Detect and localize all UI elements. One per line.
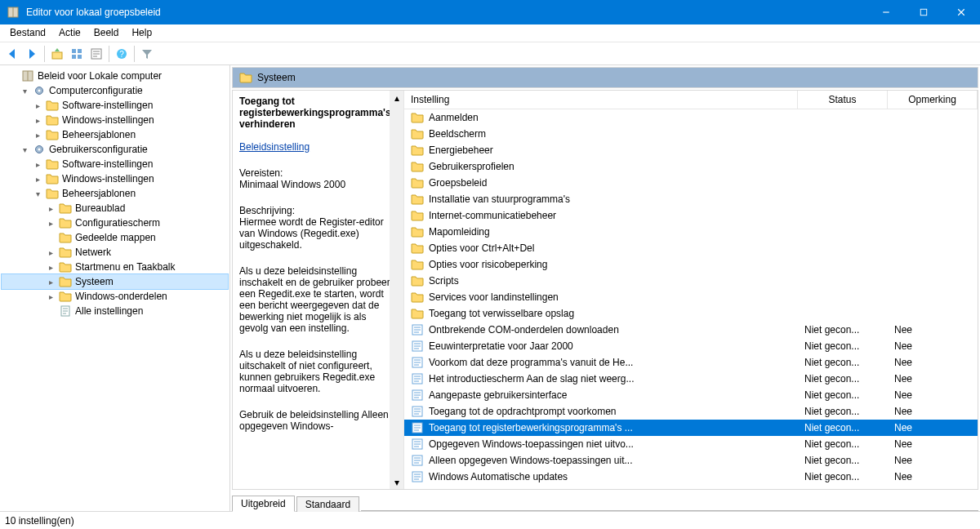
row-status bbox=[798, 182, 888, 184]
tree-node[interactable]: ▸Windows-onderdelen bbox=[2, 289, 228, 304]
setting-icon bbox=[411, 372, 424, 385]
edit-policy-link[interactable]: Beleidsinstelling bbox=[239, 141, 310, 153]
scroll-down-icon[interactable]: ▾ bbox=[390, 475, 403, 489]
tree-twisty[interactable]: ▸ bbox=[33, 101, 42, 110]
tree-twisty[interactable]: ▸ bbox=[46, 248, 56, 257]
list-setting[interactable]: Alleen opgegeven Windows-toepassingen ui… bbox=[404, 452, 978, 469]
row-comment: Nee bbox=[888, 323, 978, 336]
setting-icon bbox=[411, 389, 424, 402]
views-button[interactable] bbox=[68, 45, 86, 63]
tree-node[interactable]: Alle instellingen bbox=[2, 304, 228, 318]
folder-icon bbox=[411, 225, 424, 238]
tree-twisty[interactable]: ▸ bbox=[33, 160, 42, 169]
row-comment: Nee bbox=[888, 389, 978, 402]
tree-twisty[interactable]: ▸ bbox=[46, 292, 56, 301]
paper-icon bbox=[59, 305, 72, 318]
list-setting[interactable]: Eeuwinterpretatie voor Jaar 2000Niet gec… bbox=[404, 338, 978, 354]
tab-standard[interactable]: Standaard bbox=[296, 496, 359, 512]
folder-icon bbox=[59, 246, 72, 259]
description-scrollbar[interactable]: ▴ ▾ bbox=[390, 91, 403, 489]
parent-button[interactable] bbox=[48, 45, 66, 63]
list-setting[interactable]: Het introductiescherm Aan de slag niet w… bbox=[404, 371, 978, 387]
desc-p4: Gebruik de beleidsinstelling Alleen opge… bbox=[239, 409, 397, 432]
row-comment: Nee bbox=[888, 470, 978, 483]
scroll-up-icon[interactable]: ▴ bbox=[390, 91, 403, 104]
properties-button[interactable] bbox=[87, 45, 105, 63]
list-setting[interactable]: Aangepaste gebruikersinterfaceNiet gecon… bbox=[404, 387, 978, 403]
list-folder[interactable]: Opties voor risicobeperking bbox=[404, 256, 978, 273]
tree-node[interactable]: ▸Beheersjablonen bbox=[2, 127, 228, 142]
tree-node[interactable]: ▾Beheersjablonen bbox=[2, 186, 228, 201]
setting-icon bbox=[411, 438, 424, 451]
list-folder[interactable]: Internet-communicatiebeheer bbox=[404, 207, 978, 224]
titlebar[interactable]: Editor voor lokaal groepsbeleid bbox=[0, 0, 980, 24]
col-setting[interactable]: Instelling bbox=[404, 91, 798, 109]
list-setting[interactable]: Ontbrekende COM-onderdelen downloadenNie… bbox=[404, 322, 978, 338]
tree-twisty[interactable]: ▸ bbox=[46, 278, 56, 287]
tree-node[interactable]: ▸Startmenu en Taakbalk bbox=[2, 260, 228, 274]
tree-twisty[interactable]: ▸ bbox=[46, 263, 56, 272]
list-folder[interactable]: Scripts bbox=[404, 273, 978, 289]
tree-node-label: Beheersjablonen bbox=[62, 129, 136, 140]
tree-node-label: Alle instellingen bbox=[75, 305, 143, 317]
col-status[interactable]: Status bbox=[798, 91, 888, 109]
tree-twisty[interactable]: ▾ bbox=[20, 87, 29, 96]
row-name: Gebruikersprofielen bbox=[429, 161, 514, 172]
tree-twisty[interactable]: ▸ bbox=[33, 131, 42, 140]
list-folder[interactable]: Groepsbeleid bbox=[404, 175, 978, 191]
tree-node[interactable]: ▸Bureaublad bbox=[2, 201, 228, 216]
tree-node[interactable]: ▸Systeem bbox=[2, 274, 228, 289]
row-comment: Nee bbox=[888, 454, 978, 467]
tree-node-label: Software-instellingen bbox=[62, 158, 153, 170]
menu-action[interactable]: Actie bbox=[52, 25, 87, 40]
tree-twisty[interactable]: ▾ bbox=[33, 189, 42, 198]
list-folder[interactable]: Services voor landinstellingen bbox=[404, 289, 978, 305]
back-button[interactable] bbox=[3, 45, 21, 63]
minimize-button[interactable] bbox=[867, 0, 905, 24]
menu-help[interactable]: Help bbox=[125, 25, 158, 40]
filter-button[interactable] bbox=[138, 45, 156, 63]
list-folder[interactable]: Beeldscherm bbox=[404, 126, 978, 142]
tab-extended[interactable]: Uitgebreid bbox=[232, 496, 295, 512]
policy-title: Toegang tot registerbewerkingsprogramma'… bbox=[239, 96, 397, 130]
tree-node[interactable]: ▸Windows-instellingen bbox=[2, 171, 228, 186]
list-folder[interactable]: Gebruikersprofielen bbox=[404, 158, 978, 175]
list-setting[interactable]: Toegang tot de opdrachtprompt voorkomenN… bbox=[404, 403, 978, 420]
row-name: Aanmelden bbox=[429, 112, 479, 123]
tree-twisty[interactable]: ▸ bbox=[46, 219, 56, 228]
list-folder[interactable]: Installatie van stuurprogramma's bbox=[404, 191, 978, 207]
tree-node[interactable]: ▸Netwerk bbox=[2, 245, 228, 260]
statusbar-text: 10 instelling(en) bbox=[5, 515, 74, 527]
row-comment bbox=[888, 117, 978, 118]
tree-node[interactable]: ▸Configuratiescherm bbox=[2, 216, 228, 230]
tree-node[interactable]: ▸Windows-instellingen bbox=[2, 113, 228, 127]
tree-node[interactable]: Beleid voor Lokale computer bbox=[2, 69, 228, 83]
list-folder[interactable]: Toegang tot verwisselbare opslag bbox=[404, 305, 978, 322]
tree-twisty[interactable]: ▸ bbox=[33, 116, 42, 125]
menu-file[interactable]: Bestand bbox=[3, 25, 52, 40]
tree-node[interactable]: ▸Software-instellingen bbox=[2, 157, 228, 171]
list-setting[interactable]: Toegang tot registerbewerkingsprogramma'… bbox=[404, 420, 978, 436]
tree-node[interactable]: Gedeelde mappen bbox=[2, 230, 228, 245]
tree-pane[interactable]: Beleid voor Lokale computer▾Computerconf… bbox=[0, 65, 230, 511]
tree-node[interactable]: ▾Gebruikersconfiguratie bbox=[2, 142, 228, 157]
maximize-button[interactable] bbox=[905, 0, 942, 24]
help-button[interactable] bbox=[113, 45, 131, 63]
close-button[interactable] bbox=[942, 0, 980, 24]
tree-node[interactable]: ▾Computerconfiguratie bbox=[2, 83, 228, 98]
col-comment[interactable]: Opmerking bbox=[888, 91, 978, 109]
tree-node[interactable]: ▸Software-instellingen bbox=[2, 98, 228, 113]
list-folder[interactable]: Opties voor Ctrl+Alt+Del bbox=[404, 240, 978, 256]
list-folder[interactable]: Mapomleiding bbox=[404, 224, 978, 240]
menu-view[interactable]: Beeld bbox=[87, 25, 126, 40]
list-setting[interactable]: Voorkom dat deze programma's vanuit de H… bbox=[404, 354, 978, 371]
list-setting[interactable]: Opgegeven Windows-toepassingen niet uitv… bbox=[404, 436, 978, 452]
list-pane[interactable]: Instelling Status Opmerking AanmeldenBee… bbox=[404, 91, 978, 489]
tree-twisty[interactable]: ▸ bbox=[46, 204, 56, 213]
forward-button[interactable] bbox=[23, 45, 41, 63]
list-setting[interactable]: Windows Automatische updatesNiet gecon..… bbox=[404, 469, 978, 485]
tree-twisty[interactable]: ▾ bbox=[20, 145, 29, 154]
list-folder[interactable]: Energiebeheer bbox=[404, 142, 978, 158]
tree-twisty[interactable]: ▸ bbox=[33, 175, 42, 184]
list-folder[interactable]: Aanmelden bbox=[404, 109, 978, 126]
